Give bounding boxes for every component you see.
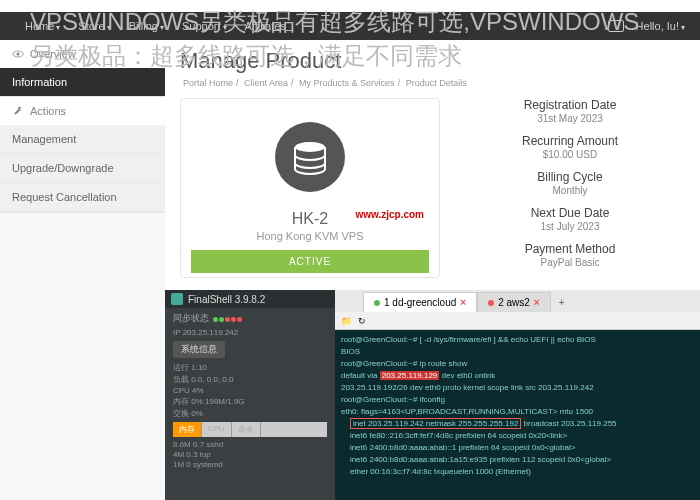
- page-title: Manage Product: [180, 48, 685, 74]
- close-icon[interactable]: ×: [534, 297, 540, 308]
- load-avg: 负载 0.0, 0.0, 0.0: [173, 374, 327, 385]
- database-icon: [275, 122, 345, 192]
- nav-store[interactable]: Store: [78, 20, 110, 32]
- payment-value: PayPal Basic: [455, 257, 685, 268]
- wrench-icon: [12, 105, 24, 117]
- payment-label: Payment Method: [455, 242, 685, 256]
- sync-label: 同步状态: [173, 312, 209, 325]
- cpu-usage: CPU 4%: [173, 386, 327, 395]
- due-label: Next Due Date: [455, 206, 685, 220]
- folder-icon[interactable]: 📁: [341, 316, 352, 326]
- terminal-sidebar: FinalShell 3.9.8.2 同步状态 IP 203.25.119.24…: [165, 290, 335, 500]
- gateway-highlight: 203.25.119.129: [380, 371, 440, 380]
- cycle-value: Monthly: [455, 185, 685, 196]
- sidebar-management[interactable]: Management: [0, 125, 165, 154]
- process-tabs[interactable]: 内存CPU命令: [173, 422, 327, 437]
- product-card: www.zjcp.com HK-2 Hong Kong KVM VPS ACTI…: [180, 98, 440, 278]
- terminal-tab-2[interactable]: 2 aws2×: [477, 292, 551, 312]
- sidebar-actions-header[interactable]: Actions: [0, 97, 165, 125]
- crumb-current: Product Details: [406, 78, 467, 88]
- cart-icon[interactable]: [608, 20, 624, 32]
- uptime: 运行 1:10: [173, 362, 327, 373]
- nav-affiliates[interactable]: Affiliates: [245, 20, 286, 32]
- top-nav: Home Store Billing Support Affiliates He…: [0, 12, 700, 40]
- swap-usage: 交换 0%: [173, 408, 327, 419]
- terminal-panel: FinalShell 3.9.8.2 同步状态 IP 203.25.119.24…: [165, 290, 700, 500]
- terminal-toolbar: 📁 ↻: [335, 312, 700, 330]
- eye-icon: [12, 48, 24, 60]
- proc-row: 8.6M 0.7 sshd: [173, 440, 327, 449]
- app-icon: [171, 293, 183, 305]
- nav-home[interactable]: Home: [25, 20, 60, 32]
- terminal-output[interactable]: root@GreenCloud:~# [ -d /sys/firmware/ef…: [335, 330, 700, 500]
- crumb-home[interactable]: Portal Home: [183, 78, 233, 88]
- terminal-tabs: 1 dd-greencloud× 2 aws2× +: [335, 290, 700, 312]
- sidebar: Overview Information Actions Management …: [0, 40, 165, 500]
- add-tab-button[interactable]: +: [551, 293, 573, 312]
- sidebar-upgrade[interactable]: Upgrade/Downgrade: [0, 154, 165, 183]
- user-greeting[interactable]: Hello, Iu!: [636, 20, 685, 32]
- crumb-products[interactable]: My Products & Services: [299, 78, 395, 88]
- history-icon[interactable]: ↻: [358, 316, 366, 326]
- mem-usage: 内存 0% 198M/1.9G: [173, 396, 327, 407]
- sidebar-cancel[interactable]: Request Cancellation: [0, 183, 165, 212]
- svg-point-2: [295, 142, 325, 152]
- reg-date-value: 31st May 2023: [455, 113, 685, 124]
- proc-row: 4M 0.3 top: [173, 450, 327, 459]
- sidebar-overview-header[interactable]: Overview: [0, 40, 165, 68]
- cycle-label: Billing Cycle: [455, 170, 685, 184]
- ip-address: IP 203.25.119.242: [173, 328, 327, 337]
- system-info-button[interactable]: 系统信息: [173, 341, 225, 358]
- terminal-app-title: FinalShell 3.9.8.2: [165, 290, 335, 308]
- inet-highlight: inet 203.25.119.242 netmask 255.255.255.…: [350, 418, 521, 429]
- due-value: 1st July 2023: [455, 221, 685, 232]
- nav-billing[interactable]: Billing: [129, 20, 164, 32]
- watermark: www.zjcp.com: [355, 209, 424, 220]
- reg-date-label: Registration Date: [455, 98, 685, 112]
- status-badge: ACTIVE: [191, 250, 429, 273]
- info-panel: Registration Date31st May 2023 Recurring…: [455, 98, 685, 278]
- crumb-client[interactable]: Client Area: [244, 78, 288, 88]
- nav-support[interactable]: Support: [182, 20, 227, 32]
- sidebar-information[interactable]: Information: [0, 68, 165, 96]
- amount-value: $10.00 USD: [455, 149, 685, 160]
- terminal-tab-1[interactable]: 1 dd-greencloud×: [363, 292, 477, 312]
- product-description: Hong Kong KVM VPS: [191, 230, 429, 242]
- breadcrumb: Portal Home/ Client Area/ My Products & …: [180, 78, 685, 88]
- amount-label: Recurring Amount: [455, 134, 685, 148]
- svg-point-1: [17, 53, 20, 56]
- close-icon[interactable]: ×: [460, 297, 466, 308]
- proc-row: 1M 0 systemd: [173, 460, 327, 469]
